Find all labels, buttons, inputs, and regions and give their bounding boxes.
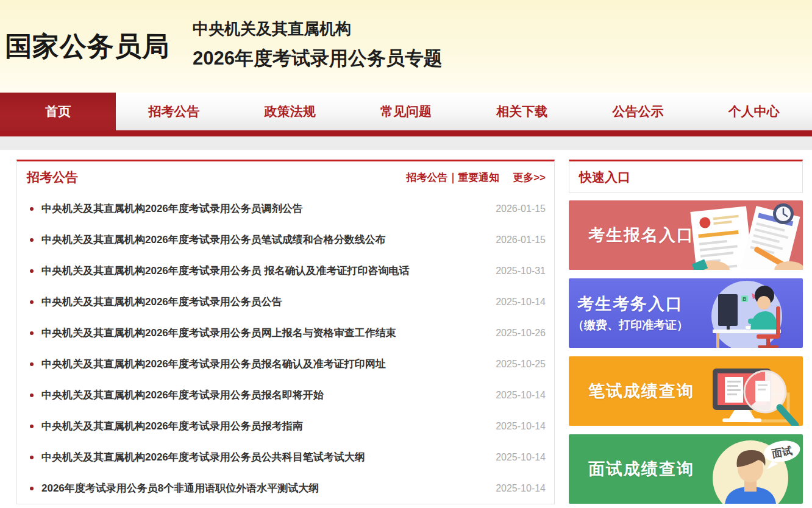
news-link[interactable]: 2026年度考试录用公务员8个非通用语职位外语水平测试大纲 [41,481,479,495]
written-score-query-label: 笔试成绩查询 [588,380,694,402]
nav-underline-bar [0,130,812,136]
tab-public-notices[interactable]: 公告公示 [580,93,696,130]
list-item: 中央机关及其直属机构2026年度考试录用公务员公共科目笔试考试大纲 2025-1… [27,442,546,473]
bullet-icon [30,456,34,459]
filter-tabs-link[interactable]: 招考公告｜重要通知 [406,171,499,185]
quick-entry-column: 快速入口 [569,160,803,504]
news-date: 2025-10-14 [479,390,546,401]
exam-affairs-main-label: 考生考务入口 [577,295,683,313]
announcements-panel-header: 招考公告 招考公告｜重要通知 更多>> [17,161,554,193]
registration-entry-banner[interactable]: 考生报名入口 [569,200,803,270]
news-link[interactable]: 中央机关及其直属机构2026年度考试录用公务员报名确认及准考证打印网址 [41,357,479,371]
list-item: 中央机关及其直属机构2026年度考试录用公务员报名确认及准考证打印网址 2025… [27,348,546,379]
exam-affairs-entry-label: 考生考务入口 （缴费、打印准考证） [572,293,688,333]
bullet-icon [30,487,34,490]
bullet-icon [30,331,34,335]
tab-policies[interactable]: 政策法规 [232,93,348,130]
bullet-icon [30,362,34,366]
exam-affairs-sub-label: （缴费、打印准考证） [572,317,688,333]
news-link[interactable]: 中央机关及其直属机构2026年度考试录用公务员报考指南 [41,419,479,433]
site-logo: 国家公务员局 [5,29,169,65]
news-date: 2025-10-14 [479,452,546,463]
tab-downloads[interactable]: 相关下载 [464,93,580,130]
tab-announcements[interactable]: 招考公告 [116,93,232,130]
announcements-panel: 招考公告 招考公告｜重要通知 更多>> 中央机关及其直属机构2026年度考试录用… [16,160,555,504]
quick-entry-panel: 快速入口 [569,160,803,193]
news-link[interactable]: 中央机关及其直属机构2026年度考试录用公务员报名即将开始 [41,388,479,402]
site-header: 国家公务员局 中央机关及其直属机构 2026年度考试录用公务员专题 [0,0,812,93]
tab-personal-center[interactable]: 个人中心 [696,93,812,130]
svg-text:B: B [743,296,747,302]
registration-entry-label: 考生报名入口 [588,224,694,246]
news-link[interactable]: 中央机关及其直属机构2026年度考试录用公务员公共科目笔试考试大纲 [41,450,479,464]
news-link[interactable]: 中央机关及其直属机构2026年度考试录用公务员调剂公告 [41,202,479,216]
bullet-icon [30,425,34,428]
list-item: 中央机关及其直属机构2026年度考试录用公务员调剂公告 2026-01-15 [27,193,546,224]
news-date: 2025-10-14 [479,483,546,494]
list-item: 2026年度考试录用公务员8个非通用语职位外语水平测试大纲 2025-10-14 [27,473,546,504]
page-title: 2026年度考试录用公务员专题 [193,46,443,71]
exam-affairs-entry-banner[interactable]: B 考生考务入口 （缴费、打印准考证） [569,278,803,348]
tab-home[interactable]: 首页 [0,93,116,130]
clock-icon [773,203,794,224]
list-item: 中央机关及其直属机构2026年度考试录用公务员笔试成绩和合格分数线公布 2026… [27,224,546,255]
news-date: 2025-10-31 [479,266,546,277]
news-date: 2025-10-25 [479,359,546,370]
interview-score-query-banner[interactable]: 面试 面试成绩查询 [569,434,803,504]
spacer-band [0,136,812,150]
quick-entry-title: 快速入口 [579,169,630,186]
news-link[interactable]: 中央机关及其直属机构2026年度考试录用公务员 报名确认及准考证打印咨询电话 [41,264,479,278]
bullet-icon [30,300,34,304]
bullet-icon [30,207,34,211]
list-item: 中央机关及其直属机构2026年度考试录用公务员报名即将开始 2025-10-14 [27,379,546,411]
news-date: 2025-10-14 [479,297,546,308]
site-title-block: 中央机关及其直属机构 2026年度考试录用公务员专题 [193,18,443,75]
bullet-icon [30,238,34,242]
bullet-icon [30,269,34,273]
news-link[interactable]: 中央机关及其直属机构2026年度考试录用公务员笔试成绩和合格分数线公布 [41,233,479,247]
news-date: 2026-01-15 [479,203,546,214]
written-score-query-banner[interactable]: 笔试成绩查询 [569,356,803,426]
news-date: 2025-10-14 [479,421,546,432]
list-item: 中央机关及其直属机构2026年度考试录用公务员 报名确认及准考证打印咨询电话 2… [27,255,546,286]
more-link[interactable]: 更多>> [513,171,546,185]
list-item: 中央机关及其直属机构2026年度考试录用公务员报考指南 2025-10-14 [27,411,546,442]
org-name: 中央机关及其直属机构 [193,18,443,40]
main-nav: 首页 招考公告 政策法规 常见问题 相关下载 公告公示 个人中心 [0,93,812,130]
list-item: 中央机关及其直属机构2026年度考试录用公务员网上报名与资格审查工作结束 202… [27,317,546,348]
announcements-list: 中央机关及其直属机构2026年度考试录用公务员调剂公告 2026-01-15 中… [17,193,554,504]
tab-faq[interactable]: 常见问题 [348,93,464,130]
announcements-title: 招考公告 [27,169,78,186]
news-date: 2026-01-15 [479,235,546,245]
main-content: 招考公告 招考公告｜重要通知 更多>> 中央机关及其直属机构2026年度考试录用… [0,150,812,504]
news-date: 2025-10-26 [479,328,546,339]
interview-score-query-label: 面试成绩查询 [588,458,694,480]
news-link[interactable]: 中央机关及其直属机构2026年度考试录用公务员网上报名与资格审查工作结束 [41,326,479,340]
list-item: 中央机关及其直属机构2026年度考试录用公务员公告 2025-10-14 [27,286,546,317]
announcements-filters: 招考公告｜重要通知 更多>> [406,171,546,185]
news-link[interactable]: 中央机关及其直属机构2026年度考试录用公务员公告 [41,295,479,309]
bullet-icon [30,393,34,397]
